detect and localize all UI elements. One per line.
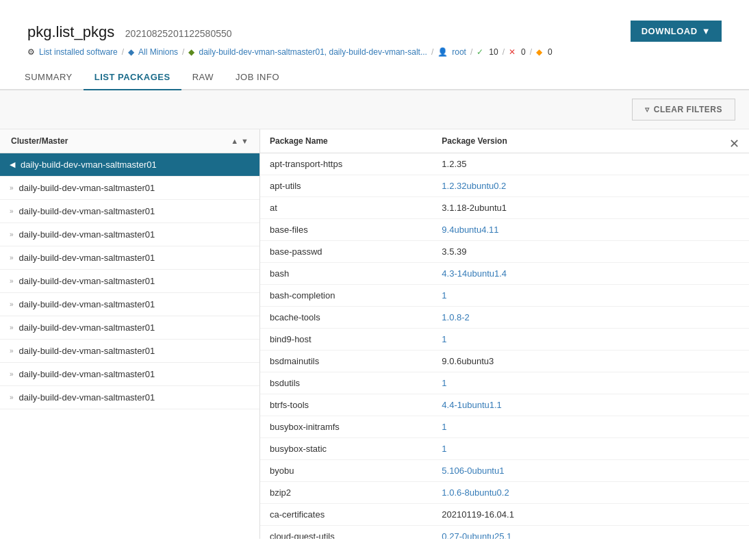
expand-icon: » — [10, 394, 14, 401]
package-name-cell: apt-utils — [260, 175, 432, 197]
minion-name: daily-build-dev-vman-saltmaster01 — [19, 322, 155, 333]
tab-raw[interactable]: RAW — [181, 65, 225, 90]
tab-job-info[interactable]: JOB INFO — [225, 65, 290, 90]
expand-icon: » — [10, 254, 14, 262]
minion-name: daily-build-dev-vman-saltmaster01 — [19, 346, 155, 356]
expand-icon: » — [10, 324, 14, 331]
minion-row[interactable]: ◀ daily-build-dev-vman-saltmaster01 — [0, 153, 259, 177]
minion-row[interactable]: » daily-build-dev-vman-saltmaster01 — [0, 223, 259, 246]
selected-icon: ◀ — [10, 160, 15, 169]
packages-table: Package Name Package Version apt-transpo… — [260, 129, 749, 539]
table-row: bind9-host1 — [260, 329, 749, 351]
package-version-cell[interactable]: 4.3-14ubuntu1.4 — [432, 263, 749, 285]
table-row: apt-transport-https1.2.35 — [260, 153, 749, 175]
minion-row[interactable]: » daily-build-dev-vman-saltmaster01 — [0, 340, 259, 363]
table-row: byobu5.106-0ubuntu1 — [260, 460, 749, 482]
close-button[interactable]: ✕ — [729, 136, 739, 151]
package-version-cell[interactable]: 1 — [432, 329, 749, 351]
minion-row[interactable]: » daily-build-dev-vman-saltmaster01 — [0, 386, 259, 409]
package-name-cell: bind9-host — [260, 329, 432, 351]
package-name-cell: bzip2 — [260, 482, 432, 504]
left-panel: Cluster/Master ▲ ▼ ◀ daily-build-dev-vma… — [0, 129, 260, 539]
package-name-cell: bsdutils — [260, 372, 432, 394]
package-name-cell: byobu — [260, 460, 432, 482]
package-name-cell: base-passwd — [260, 241, 432, 263]
minion-name: daily-build-dev-vman-saltmaster01 — [19, 369, 155, 379]
package-name-cell: bsdmainutils — [260, 351, 432, 372]
package-name-cell: at — [260, 197, 432, 219]
package-version-cell: 20210119-16.04.1 — [432, 504, 749, 526]
right-panel: ✕ Package Name Package Version apt-trans… — [260, 129, 749, 539]
sort-desc-icon[interactable]: ▼ — [241, 137, 249, 145]
chevron-down-icon: ▼ — [702, 26, 711, 36]
minion-row[interactable]: » daily-build-dev-vman-saltmaster01 — [0, 316, 259, 340]
package-name-cell: apt-transport-https — [260, 153, 432, 175]
breadcrumb-minions[interactable]: daily-build-dev-vman-saltmaster01, daily… — [199, 47, 427, 57]
table-row: busybox-initramfs1 — [260, 416, 749, 438]
expand-icon: » — [10, 301, 14, 308]
diamond-count: 0 — [548, 47, 553, 57]
package-name-cell: bash-completion — [260, 285, 432, 307]
minion-name: daily-build-dev-vman-saltmaster01 — [19, 253, 155, 263]
package-version-cell[interactable]: 4.4-1ubuntu1.1 — [432, 394, 749, 416]
package-version-cell[interactable]: 1.0.6-8ubuntu0.2 — [432, 482, 749, 504]
tab-summary[interactable]: SUMMARY — [14, 65, 84, 90]
minion-row[interactable]: » daily-build-dev-vman-saltmaster01 — [0, 293, 259, 316]
minion-name: daily-build-dev-vman-saltmaster01 — [19, 276, 155, 286]
package-version-cell[interactable]: 9.4ubuntu4.11 — [432, 219, 749, 241]
minion-row[interactable]: » daily-build-dev-vman-saltmaster01 — [0, 363, 259, 386]
left-panel-header: Cluster/Master ▲ ▼ — [0, 129, 259, 153]
breadcrumb-list-software[interactable]: List installed software — [39, 47, 118, 57]
table-row: apt-utils1.2.32ubuntu0.2 — [260, 175, 749, 197]
minion-name: daily-build-dev-vman-saltmaster01 — [19, 206, 155, 216]
check-count: 10 — [489, 47, 498, 57]
package-version-cell[interactable]: 1 — [432, 372, 749, 394]
package-version-cell: 3.1.18-2ubuntu1 — [432, 197, 749, 219]
gear-icon: ⚙ — [27, 47, 35, 57]
table-row: bsdutils1 — [260, 372, 749, 394]
package-name-cell: base-files — [260, 219, 432, 241]
user-icon: 👤 — [437, 47, 448, 57]
table-row: busybox-static1 — [260, 438, 749, 460]
clear-filters-button[interactable]: ▿ CLEAR FILTERS — [632, 99, 735, 120]
table-row: base-passwd3.5.39 — [260, 241, 749, 263]
minion-name: daily-build-dev-vman-saltmaster01 — [19, 183, 155, 193]
minion-row[interactable]: » daily-build-dev-vman-saltmaster01 — [0, 246, 259, 270]
table-row: btrfs-tools4.4-1ubuntu1.1 — [260, 394, 749, 416]
minion-row[interactable]: » daily-build-dev-vman-saltmaster01 — [0, 200, 259, 223]
package-name-cell: busybox-static — [260, 438, 432, 460]
minions-icon: ◆ — [128, 47, 134, 57]
package-name-cell: bcache-tools — [260, 307, 432, 329]
expand-icon: » — [10, 370, 14, 378]
package-version-cell[interactable]: 1.0.8-2 — [432, 307, 749, 329]
package-name-cell: busybox-initramfs — [260, 416, 432, 438]
breadcrumb-all-minions[interactable]: All Minions — [138, 47, 178, 57]
package-version-cell[interactable]: 1 — [432, 438, 749, 460]
x-icon: ✕ — [509, 47, 516, 57]
package-version-cell[interactable]: 1 — [432, 416, 749, 438]
minion-name: daily-build-dev-vman-saltmaster01 — [19, 229, 155, 240]
tab-list-packages[interactable]: LIST PACKAGES — [84, 65, 181, 90]
minion-row[interactable]: » daily-build-dev-vman-saltmaster01 — [0, 177, 259, 200]
package-version-cell[interactable]: 0.27-0ubuntu25.1 — [432, 526, 749, 539]
package-version-cell: 1.2.35 — [432, 153, 749, 175]
package-version-cell: 9.0.6ubuntu3 — [432, 351, 749, 372]
expand-icon: » — [10, 347, 14, 355]
package-name-cell: btrfs-tools — [260, 394, 432, 416]
x-count: 0 — [521, 47, 526, 57]
breadcrumb-user[interactable]: root — [452, 47, 466, 57]
download-button[interactable]: DOWNLOAD ▼ — [631, 21, 722, 42]
expand-icon: » — [10, 207, 14, 215]
table-row: cloud-guest-utils0.27-0ubuntu25.1 — [260, 526, 749, 539]
sort-asc-icon[interactable]: ▲ — [231, 137, 238, 145]
expand-icon: » — [10, 231, 14, 238]
package-version-cell[interactable]: 1.2.32ubuntu0.2 — [432, 175, 749, 197]
minion-row[interactable]: » daily-build-dev-vman-saltmaster01 — [0, 270, 259, 293]
package-version-cell[interactable]: 1 — [432, 285, 749, 307]
col-package-version: Package Version — [432, 129, 749, 153]
expand-icon: » — [10, 184, 14, 192]
package-version-cell[interactable]: 5.106-0ubuntu1 — [432, 460, 749, 482]
toolbar: ▿ CLEAR FILTERS — [0, 90, 749, 129]
expand-icon: » — [10, 277, 14, 285]
table-row: ca-certificates20210119-16.04.1 — [260, 504, 749, 526]
